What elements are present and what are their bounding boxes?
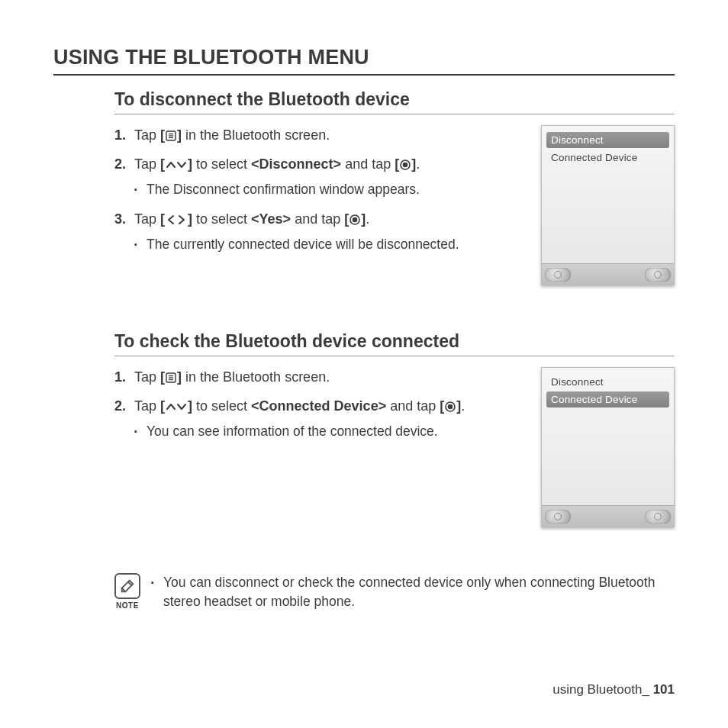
device-knob <box>545 268 571 282</box>
step-item: Tap [] to select <Disconnect> and tap []… <box>114 154 524 199</box>
step-sub-item: You can see information of the connected… <box>134 422 524 441</box>
device-menu-item: Connected Device <box>546 391 669 407</box>
up-down-icon <box>165 159 188 171</box>
step-item: Tap [] in the Bluetooth screen. <box>114 125 524 145</box>
device-mockup: DisconnectConnected Device <box>541 367 675 527</box>
page-title: USING THE BLUETOOTH MENU <box>53 46 675 76</box>
note-label: NOTE <box>114 601 140 610</box>
page-footer: using Bluetooth_ 101 <box>552 682 675 697</box>
record-icon <box>444 401 456 413</box>
note-icon <box>114 573 140 599</box>
step-item: Tap [] in the Bluetooth screen. <box>114 367 524 387</box>
device-mockup: DisconnectConnected Device <box>541 125 675 285</box>
menu-icon <box>165 372 177 384</box>
step-item: Tap [] to select <Yes> and tap [].The cu… <box>114 209 524 254</box>
record-icon <box>399 159 411 171</box>
step-sub-item: The Disconnect confirmation window appea… <box>134 180 524 199</box>
section-heading: To disconnect the Bluetooth device <box>114 89 675 114</box>
note-item: You can disconnect or check the connecte… <box>151 573 675 612</box>
note-block: NOTE You can disconnect or check the con… <box>114 573 675 612</box>
menu-icon <box>165 130 177 142</box>
footer-text: using Bluetooth_ <box>552 682 649 697</box>
step-item: Tap [] to select <Connected Device> and … <box>114 396 524 441</box>
device-knob <box>645 268 671 282</box>
section-heading: To check the Bluetooth device connected <box>114 331 675 356</box>
device-menu-item: Disconnect <box>546 374 669 390</box>
device-menu-item: Disconnect <box>546 132 669 148</box>
device-knob <box>545 510 571 523</box>
section: To disconnect the Bluetooth deviceTap []… <box>53 89 675 285</box>
device-bottom-bar <box>542 263 674 285</box>
up-down-icon <box>165 401 188 413</box>
step-sub-item: The currently connected device will be d… <box>134 235 524 254</box>
step-list: Tap [] in the Bluetooth screen.Tap [] to… <box>114 367 524 442</box>
page-number: 101 <box>653 682 675 697</box>
device-bottom-bar <box>542 505 674 527</box>
device-menu-item: Connected Device <box>546 150 669 166</box>
device-knob <box>645 510 671 523</box>
step-list: Tap [] in the Bluetooth screen.Tap [] to… <box>114 125 524 254</box>
record-icon <box>349 214 361 226</box>
left-right-icon <box>165 214 188 226</box>
section: To check the Bluetooth device connectedT… <box>53 331 675 527</box>
